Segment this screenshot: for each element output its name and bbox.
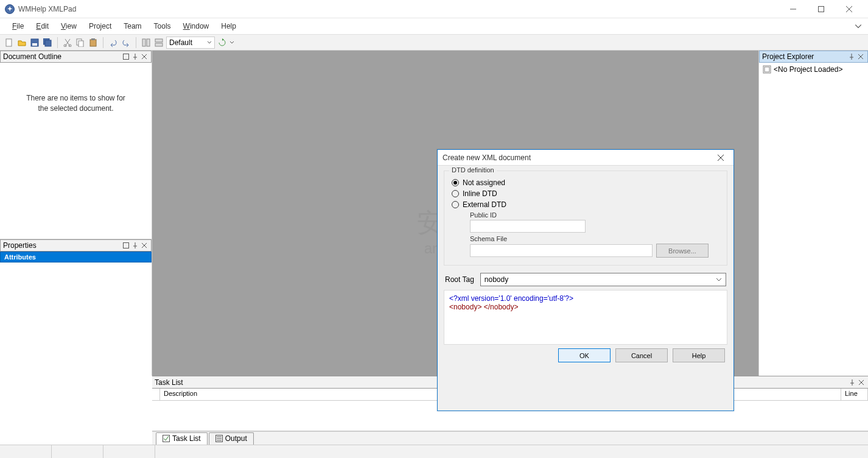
open-file-icon[interactable]: [16, 37, 27, 48]
svg-rect-13: [90, 40, 96, 46]
svg-rect-20: [124, 243, 129, 248]
toolbar: Default: [0, 34, 868, 51]
tab-output[interactable]: Output: [209, 432, 254, 445]
right-column: Project Explorer <No Project Loaded>: [758, 51, 868, 376]
tasklist-tabs: Task List Output: [152, 431, 868, 445]
radio-external-dtd[interactable]: External DTD: [452, 200, 719, 209]
properties-header: Properties: [0, 239, 152, 252]
panel-close-icon[interactable]: [140, 52, 149, 61]
radio-icon: [452, 179, 459, 186]
col-line[interactable]: Line: [841, 389, 868, 400]
format-icon-1[interactable]: [141, 37, 152, 48]
panel-window-icon[interactable]: [122, 52, 130, 61]
save-icon[interactable]: [29, 37, 40, 48]
document-outline-title: Document Outline: [3, 52, 122, 61]
minimize-button[interactable]: [779, 0, 807, 18]
svg-rect-14: [91, 38, 95, 40]
status-cell: [103, 445, 155, 458]
panel-pin-icon[interactable]: [848, 378, 856, 387]
menu-file[interactable]: File: [6, 20, 30, 32]
svg-rect-16: [147, 39, 150, 46]
close-button[interactable]: [835, 0, 863, 18]
cancel-button[interactable]: Cancel: [615, 348, 668, 362]
menu-view[interactable]: View: [55, 20, 83, 32]
dialog-close-button[interactable]: [713, 150, 729, 166]
root-tag-label: Root Tag: [445, 275, 474, 284]
radio-icon: [452, 201, 459, 208]
public-id-input[interactable]: [470, 220, 586, 233]
copy-icon[interactable]: [75, 37, 86, 48]
app-icon: ✦: [5, 4, 15, 14]
dtd-definition-group: DTD definition Not assigned Inline DTD E…: [444, 171, 727, 266]
dialog-titlebar: Create new XML document: [438, 150, 733, 166]
svg-rect-17: [155, 39, 163, 42]
menu-project[interactable]: Project: [83, 20, 117, 32]
svg-point-9: [64, 44, 66, 47]
style-select[interactable]: Default: [166, 37, 215, 49]
radio-inline-dtd[interactable]: Inline DTD: [452, 189, 719, 198]
menu-help[interactable]: Help: [215, 20, 242, 32]
schema-file-input[interactable]: [470, 244, 653, 257]
middle-row: Document Outline There are no items to s…: [0, 51, 868, 376]
menu-window[interactable]: Window: [177, 20, 215, 32]
dialog-buttons: OK Cancel Help: [444, 348, 727, 364]
paste-icon[interactable]: [88, 37, 99, 48]
tab-tasklist[interactable]: Task List: [156, 432, 208, 445]
panel-window-icon[interactable]: [122, 241, 130, 250]
new-file-icon[interactable]: [4, 37, 15, 48]
root-tag-row: Root Tag nobody: [444, 273, 727, 286]
create-xml-dialog: Create new XML document DTD definition N…: [437, 149, 734, 411]
radio-not-assigned[interactable]: Not assigned: [452, 178, 719, 187]
menubar-overflow-icon[interactable]: [855, 23, 862, 30]
svg-rect-24: [765, 67, 769, 72]
document-outline-header: Document Outline: [0, 51, 152, 63]
svg-rect-12: [79, 41, 83, 47]
redo-icon[interactable]: [121, 37, 131, 48]
document-outline-empty-text: There are no items to show for the selec…: [26, 93, 125, 114]
panel-pin-icon[interactable]: [847, 52, 856, 61]
refresh-icon[interactable]: [217, 37, 228, 48]
panel-close-icon[interactable]: [856, 52, 865, 61]
properties-attributes-row[interactable]: Attributes: [0, 252, 152, 262]
cut-icon[interactable]: [62, 37, 73, 48]
panel-close-icon[interactable]: [140, 241, 149, 250]
left-column: Document Outline There are no items to s…: [0, 51, 152, 376]
project-explorer-title: Project Explorer: [762, 52, 847, 61]
help-button[interactable]: Help: [673, 348, 725, 362]
panel-pin-icon[interactable]: [131, 241, 139, 250]
menu-tools[interactable]: Tools: [148, 20, 177, 32]
document-outline-panel: Document Outline There are no items to s…: [0, 51, 152, 239]
menu-edit[interactable]: Edit: [30, 20, 55, 32]
root-tag-combo[interactable]: nobody: [480, 273, 726, 286]
project-explorer-header: Project Explorer: [759, 51, 868, 63]
undo-icon[interactable]: [108, 37, 119, 48]
panel-pin-icon[interactable]: [131, 52, 139, 61]
properties-title: Properties: [3, 241, 122, 250]
menu-team[interactable]: Team: [117, 20, 147, 32]
format-icon-2[interactable]: [153, 37, 164, 48]
statusbar: [0, 445, 868, 458]
dialog-title: Create new XML document: [443, 153, 713, 162]
radio-label: Not assigned: [463, 178, 505, 187]
browse-button[interactable]: Browse...: [656, 244, 709, 258]
dtd-group-legend: DTD definition: [449, 166, 497, 174]
save-all-icon[interactable]: [42, 37, 53, 48]
window-controls: [779, 0, 863, 18]
chevron-down-icon: [207, 40, 212, 45]
xml-preview: <?xml version='1.0' encoding='utf-8'?> <…: [444, 290, 727, 345]
maximize-button[interactable]: [807, 0, 835, 18]
col-checkbox[interactable]: [152, 389, 160, 400]
toolbar-overflow-icon[interactable]: [229, 40, 234, 45]
svg-rect-19: [124, 54, 129, 60]
style-select-value: Default: [169, 38, 192, 47]
radio-icon: [452, 190, 459, 197]
radio-label: Inline DTD: [463, 189, 497, 198]
panel-close-icon[interactable]: [857, 378, 866, 387]
dialog-body: DTD definition Not assigned Inline DTD E…: [438, 166, 733, 410]
external-dtd-fields: Public ID Schema File Browse...: [470, 211, 719, 258]
ok-button[interactable]: OK: [558, 348, 611, 362]
no-project-text: <No Project Loaded>: [774, 65, 842, 74]
menubar: File Edit View Project Team Tools Window…: [0, 18, 868, 34]
svg-rect-4: [6, 39, 12, 46]
chevron-down-icon: [716, 277, 722, 283]
